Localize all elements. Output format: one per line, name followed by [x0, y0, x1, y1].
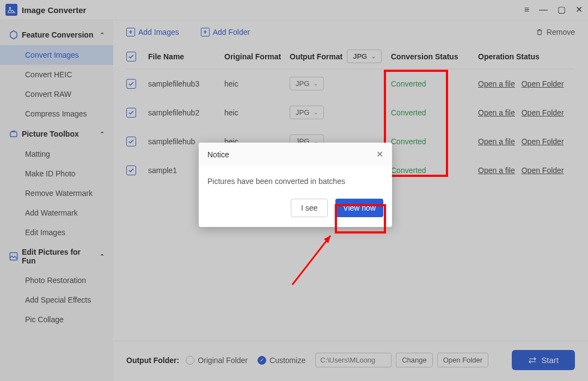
dialog-message: Pictures have been converted in batches [199, 166, 392, 199]
dialog-title: Notice [207, 150, 229, 159]
notice-dialog: Notice ✕ Pictures have been converted in… [199, 143, 392, 227]
i-see-button[interactable]: I see [291, 199, 328, 217]
dialog-close-button[interactable]: ✕ [376, 149, 383, 159]
view-now-button[interactable]: View now [335, 199, 383, 217]
